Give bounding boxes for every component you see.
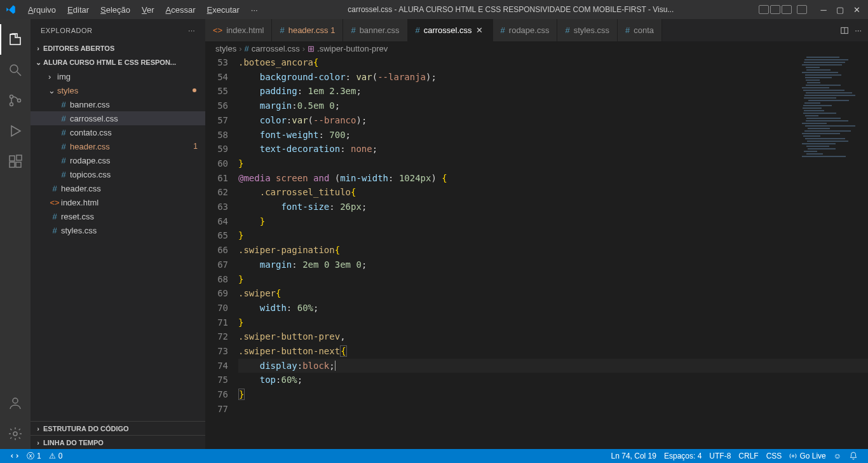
activitybar: [0, 19, 31, 449]
outline-section[interactable]: ›ESTRUTURA DO CÓDIGO: [31, 421, 205, 435]
menu-editar[interactable]: Editar: [62, 5, 94, 15]
indent-status[interactable]: Espaços: 4: [660, 452, 705, 460]
account-icon[interactable]: [0, 388, 31, 418]
tab[interactable]: #styles.css: [557, 19, 618, 41]
golive-status[interactable]: Go Live: [785, 452, 829, 460]
svg-point-8: [13, 398, 18, 403]
open-editors-section[interactable]: ›EDITORES ABERTOS: [31, 41, 205, 55]
tab[interactable]: #carrossel.css✕: [408, 19, 493, 41]
tree-item[interactable]: #carrossel.css: [31, 111, 205, 125]
tree-item[interactable]: #rodape.css: [31, 153, 205, 167]
layout-icon[interactable]: [759, 5, 769, 14]
svg-point-1: [10, 95, 13, 99]
warnings-status[interactable]: ⚠ 0: [45, 452, 67, 460]
gutter: 5354555657585960616263646566676869707172…: [205, 55, 238, 449]
more-icon[interactable]: ···: [188, 27, 195, 34]
menu-arquivo[interactable]: Arquivo: [23, 5, 61, 15]
tab[interactable]: #rodape.css: [493, 19, 558, 41]
tree-item[interactable]: #header.css1: [31, 139, 205, 153]
maximize-icon[interactable]: ▢: [834, 5, 846, 15]
debug-icon[interactable]: [0, 116, 31, 146]
remote-icon[interactable]: [6, 452, 23, 460]
minimap[interactable]: [802, 57, 859, 184]
tab[interactable]: <>index.html: [205, 19, 272, 41]
tree-item[interactable]: #reset.css: [31, 209, 205, 223]
svg-point-0: [10, 65, 18, 73]
menu-seleção[interactable]: Seleção: [95, 5, 135, 15]
titlebar: ArquivoEditarSeleçãoVerAcessarExecutar··…: [0, 0, 868, 19]
close-icon[interactable]: ✕: [476, 25, 485, 35]
menu-acessar[interactable]: Acessar: [161, 5, 201, 15]
bell-icon[interactable]: [845, 452, 862, 460]
tab[interactable]: #conta: [618, 19, 662, 41]
code-area[interactable]: 5354555657585960616263646566676869707172…: [205, 55, 868, 449]
editor-tabs: <>index.html#header.css 1#banner.css#car…: [205, 19, 868, 41]
source-control-icon[interactable]: [0, 85, 31, 116]
close-icon[interactable]: ✕: [850, 5, 863, 15]
code[interactable]: .botoes_ancora{ background-color: var(--…: [238, 55, 868, 449]
menu-executar[interactable]: Executar: [202, 5, 245, 15]
eol-status[interactable]: CRLF: [735, 452, 762, 460]
explorer-icon[interactable]: [0, 24, 31, 55]
file-tree: ›img⌄styles#banner.css#carrossel.css#con…: [31, 69, 205, 237]
layout-icon[interactable]: [782, 5, 792, 14]
vscode-logo-icon: [5, 4, 17, 15]
sidebar: EXPLORADOR ··· ›EDITORES ABERTOS ⌄ALURA …: [31, 19, 205, 449]
svg-point-11: [792, 455, 794, 457]
tree-item[interactable]: #topicos.css: [31, 167, 205, 181]
tree-item[interactable]: #styles.css: [31, 223, 205, 237]
layout-icon[interactable]: [770, 5, 780, 14]
cursor-position[interactable]: Ln 74, Col 19: [607, 452, 660, 460]
timeline-section[interactable]: ›LINHA DO TEMPO: [31, 435, 205, 449]
svg-point-2: [10, 103, 13, 106]
encoding-status[interactable]: UTF-8: [705, 452, 735, 460]
svg-point-9: [13, 432, 17, 436]
breadcrumbs[interactable]: styles› #carrossel.css› ⊞.swiper-button-…: [205, 41, 868, 55]
feedback-icon[interactable]: ☺: [830, 452, 845, 460]
language-status[interactable]: CSS: [763, 452, 786, 460]
settings-icon[interactable]: [0, 418, 31, 449]
tree-item[interactable]: #header.css: [31, 181, 205, 195]
more-icon[interactable]: ···: [855, 25, 862, 35]
tree-item[interactable]: ›img: [31, 69, 205, 83]
svg-rect-4: [10, 156, 15, 161]
menu-ver[interactable]: Ver: [137, 5, 159, 15]
statusbar: ⓧ 1 ⚠ 0 Ln 74, Col 19 Espaços: 4 UTF-8 C…: [0, 449, 868, 463]
svg-rect-6: [16, 162, 21, 167]
sidebar-header: EXPLORADOR ···: [31, 19, 205, 41]
folder-section[interactable]: ⌄ALURA CURSO HTML E CSS RESPON...: [31, 55, 205, 69]
tree-item[interactable]: <>index.html: [31, 195, 205, 209]
menu-···[interactable]: ···: [246, 5, 263, 15]
search-icon[interactable]: [0, 55, 31, 85]
window-title: carrossel.css - ALURA CURSO HTML E CSS R…: [263, 5, 759, 14]
errors-status[interactable]: ⓧ 1: [23, 451, 45, 462]
svg-rect-5: [10, 162, 15, 167]
svg-rect-7: [17, 155, 22, 160]
tree-item[interactable]: ⌄styles: [31, 83, 205, 97]
extensions-icon[interactable]: [0, 146, 31, 177]
layout-icon[interactable]: [797, 5, 807, 14]
tree-item[interactable]: #contato.css: [31, 125, 205, 139]
tree-item[interactable]: #banner.css: [31, 97, 205, 111]
minimize-icon[interactable]: ─: [817, 5, 830, 15]
menubar: ArquivoEditarSeleçãoVerAcessarExecutar··…: [23, 5, 263, 15]
tab[interactable]: #header.css 1: [272, 19, 343, 41]
tab[interactable]: #banner.css: [343, 19, 407, 41]
split-icon[interactable]: [839, 26, 850, 35]
editor: <>index.html#header.css 1#banner.css#car…: [205, 19, 868, 449]
titlebar-controls: ─ ▢ ✕: [759, 5, 863, 15]
